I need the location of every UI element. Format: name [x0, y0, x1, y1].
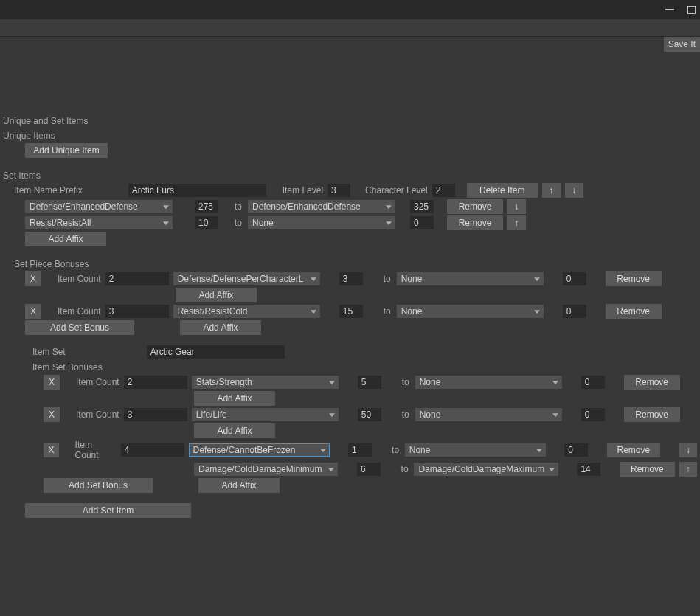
item-count-input[interactable]: [105, 305, 169, 318]
maximize-icon[interactable]: [687, 6, 696, 14]
bonus-affix-left-value[interactable]: [339, 272, 363, 285]
add-affix-button[interactable]: Add Affix: [176, 288, 257, 302]
item-name-prefix-input[interactable]: [128, 184, 266, 197]
set-bonus-affix-left-value[interactable]: [348, 443, 372, 457]
affix-right-value[interactable]: [410, 216, 434, 229]
add-affix-button[interactable]: Add Affix: [194, 423, 275, 438]
move-item-down-button[interactable]: ↓: [565, 183, 583, 198]
add-affix-button[interactable]: Add Affix: [25, 232, 106, 246]
bonus-affix-right-value[interactable]: [563, 272, 586, 285]
add-set-bonus-button[interactable]: Add Set Bonus: [44, 478, 153, 493]
to-label: to: [382, 306, 392, 316]
remove-set-bonus-button[interactable]: X: [44, 375, 60, 390]
set-bonus-affix-right-dropdown[interactable]: None: [405, 443, 546, 457]
affix-left-dropdown[interactable]: Defense/EnhancedDefense: [25, 200, 173, 213]
affix-right-dropdown[interactable]: Defense/EnhancedDefense: [248, 200, 395, 213]
toolbar: [0, 19, 700, 37]
remove-set-bonus-affix-button[interactable]: Remove: [624, 375, 680, 390]
affix-left-value[interactable]: [195, 200, 218, 213]
affix-left-value[interactable]: [195, 216, 218, 229]
move-item-up-button[interactable]: ↑: [542, 183, 561, 198]
to-label: to: [390, 445, 400, 455]
set-bonus-affix-right-value[interactable]: [564, 443, 588, 457]
bonus-affix-right-value[interactable]: [563, 305, 586, 318]
item-name-prefix-label: Item Name Prefix: [14, 185, 83, 195]
affix-up-button[interactable]: ↑: [679, 462, 697, 477]
to-label: to: [233, 201, 243, 212]
set-bonus-affix-left-dropdown[interactable]: Defense/CannotBeFrozen: [189, 443, 330, 457]
set-bonus-affix-left-value[interactable]: [357, 463, 381, 476]
section-set-piece-bonuses: Set Piece Bonuses: [14, 257, 697, 271]
character-level-input[interactable]: [432, 184, 455, 197]
bonus-affix-right-dropdown[interactable]: None: [397, 305, 544, 318]
to-label: to: [401, 409, 411, 420]
bonus-affix-left-value[interactable]: [339, 305, 363, 318]
add-set-bonus-button[interactable]: Add Set Bonus: [25, 320, 134, 335]
item-count-label: Item Count: [75, 440, 117, 460]
add-affix-button[interactable]: Add Affix: [194, 391, 275, 406]
remove-bonus-affix-button[interactable]: Remove: [606, 304, 662, 319]
delete-item-button[interactable]: Delete Item: [467, 183, 538, 198]
to-label: to: [382, 274, 392, 284]
to-label: to: [400, 464, 410, 474]
bonus-affix-left-dropdown[interactable]: Resist/ResistCold: [173, 305, 320, 318]
affix-down-button[interactable]: ↓: [679, 443, 697, 457]
section-set-items: Set Items: [3, 168, 697, 183]
item-count-label: Item Count: [76, 409, 119, 420]
section-unique-items: Unique Items: [3, 128, 697, 143]
add-set-item-button[interactable]: Add Set Item: [25, 503, 191, 518]
item-level-label: Item Level: [283, 185, 323, 195]
bonus-affix-right-dropdown[interactable]: None: [397, 272, 544, 285]
item-set-label: Item Set: [32, 347, 66, 357]
to-label: to: [401, 377, 411, 387]
set-bonus-affix-right-dropdown[interactable]: None: [415, 376, 562, 389]
item-count-input[interactable]: [105, 272, 169, 285]
item-set-name-input[interactable]: [147, 345, 285, 359]
set-bonus-affix-right-dropdown[interactable]: None: [415, 408, 562, 421]
remove-bonus-button[interactable]: X: [25, 271, 41, 286]
affix-right-value[interactable]: [410, 200, 434, 213]
remove-affix-button[interactable]: Remove: [447, 199, 503, 214]
affix-down-button[interactable]: ↓: [507, 199, 526, 214]
set-bonus-affix-left-dropdown[interactable]: Life/Life: [192, 408, 339, 421]
item-count-input[interactable]: [121, 443, 184, 457]
remove-set-bonus-affix-button[interactable]: Remove: [620, 462, 674, 477]
bonus-affix-left-dropdown[interactable]: Defense/DefensePerCharacterL: [173, 272, 320, 285]
affix-up-button[interactable]: ↑: [507, 215, 526, 230]
remove-set-bonus-button[interactable]: X: [44, 407, 60, 422]
remove-set-bonus-affix-button[interactable]: Remove: [624, 407, 680, 422]
set-bonus-affix-right-value[interactable]: [581, 376, 605, 389]
add-unique-item-button[interactable]: Add Unique Item: [25, 143, 108, 158]
item-level-input[interactable]: [328, 184, 350, 197]
section-item-set-bonuses: Item Set Bonuses: [32, 360, 697, 375]
item-count-label: Item Count: [76, 377, 119, 387]
item-count-label: Item Count: [58, 274, 101, 284]
section-unique-and-set: Unique and Set Items: [3, 114, 697, 128]
set-bonus-affix-left-dropdown[interactable]: Damage/ColdDamageMinimum: [194, 463, 338, 476]
save-button[interactable]: Save It: [664, 37, 700, 52]
set-bonus-affix-right-value[interactable]: [577, 463, 600, 476]
character-level-label: Character Level: [365, 185, 428, 195]
remove-bonus-button[interactable]: X: [25, 304, 41, 319]
remove-set-bonus-affix-button[interactable]: Remove: [607, 443, 661, 457]
add-affix-button[interactable]: Add Affix: [180, 320, 261, 335]
item-count-input[interactable]: [124, 408, 187, 421]
remove-bonus-affix-button[interactable]: Remove: [606, 271, 662, 286]
affix-right-dropdown[interactable]: None: [248, 216, 395, 229]
item-count-label: Item Count: [58, 306, 101, 316]
to-label: to: [233, 218, 243, 228]
set-bonus-affix-right-dropdown[interactable]: Damage/ColdDamageMaximum: [414, 463, 558, 476]
set-bonus-affix-right-value[interactable]: [581, 408, 605, 421]
affix-left-dropdown[interactable]: Resist/ResistAll: [25, 216, 173, 229]
item-count-input[interactable]: [124, 376, 187, 389]
window-titlebar: [0, 0, 700, 19]
remove-set-bonus-button[interactable]: X: [44, 443, 59, 457]
remove-affix-button[interactable]: Remove: [447, 215, 503, 230]
set-bonus-affix-left-dropdown[interactable]: Stats/Strength: [192, 376, 339, 389]
set-bonus-affix-left-value[interactable]: [358, 408, 381, 421]
minimize-icon[interactable]: [665, 9, 674, 10]
add-affix-button[interactable]: Add Affix: [198, 478, 280, 493]
set-bonus-affix-left-value[interactable]: [358, 376, 381, 389]
